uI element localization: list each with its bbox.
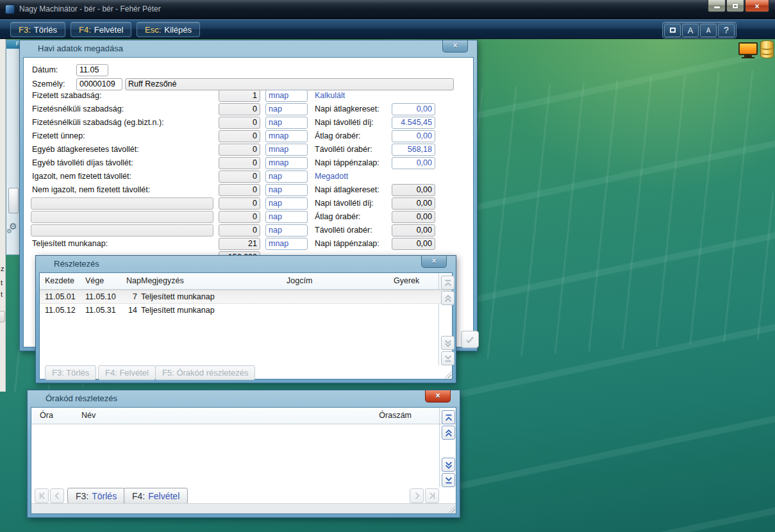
restore-button[interactable] xyxy=(726,0,744,12)
field-unit-input[interactable]: mnap xyxy=(265,90,308,102)
given-value-input[interactable]: 0,00 xyxy=(392,211,435,223)
field-value-input[interactable]: 0 xyxy=(219,103,260,115)
previous-record-button[interactable] xyxy=(50,488,64,503)
last-icon xyxy=(428,492,437,500)
torles-button-disabled[interactable]: F3: Törlés xyxy=(45,365,96,380)
font-smaller-button[interactable]: A xyxy=(700,24,717,37)
given-value-input[interactable]: 0,00 xyxy=(392,224,435,237)
field-value-input[interactable]: 21 xyxy=(219,238,260,250)
given-label: Napi távolléti díj: xyxy=(315,199,374,208)
field-unit-input[interactable]: mnap xyxy=(265,238,308,250)
field-unit-input[interactable]: nap xyxy=(265,117,308,129)
wallpaper-glow xyxy=(487,26,775,192)
field-unit-input[interactable]: nap xyxy=(265,103,308,115)
panel-caption: F xyxy=(6,40,21,49)
close-button[interactable]: × xyxy=(745,0,769,12)
help-button[interactable]: ? xyxy=(718,24,735,37)
scroll-to-top-button[interactable] xyxy=(442,410,455,424)
orakod-reszletezes-button-disabled[interactable]: F5: Órakód részletezés xyxy=(155,365,255,380)
custom-absence-label-input[interactable] xyxy=(31,224,213,237)
megadott-heading: Megadott xyxy=(315,172,348,181)
monitor-base xyxy=(742,57,754,58)
field-value-input[interactable]: 1 xyxy=(219,90,260,102)
field-unit-input[interactable]: mnap xyxy=(265,144,308,156)
resize-grip[interactable] xyxy=(447,505,455,513)
monitor-screen xyxy=(738,42,758,55)
field-label: Nem igazolt, nem fizetett távollét: xyxy=(32,185,150,194)
page-down-button[interactable] xyxy=(442,458,455,472)
scroll-to-bottom-button[interactable] xyxy=(442,473,455,487)
calc-value: 0,00 xyxy=(392,130,435,142)
double-chevron-up-icon xyxy=(444,429,453,437)
window-mode-button[interactable] xyxy=(664,24,681,37)
shortcut-key: Esc: xyxy=(145,25,161,35)
scroll-to-bottom-button[interactable] xyxy=(441,351,454,365)
table-row[interactable]: 11.05.01 11.05.10 7 Teljesített munkanap xyxy=(40,290,452,304)
toolbar-button-kilepes[interactable]: Esc: Kilépés xyxy=(137,22,200,37)
field-unit-input[interactable]: nap xyxy=(265,211,308,223)
field-value-input[interactable]: 0 xyxy=(219,197,260,210)
double-chevron-down-icon xyxy=(444,339,453,347)
field-value-input[interactable]: 0 xyxy=(219,184,260,196)
page-up-button[interactable] xyxy=(441,291,454,305)
torles-button[interactable]: F3: Törlés xyxy=(67,488,125,504)
page-up-button[interactable] xyxy=(442,426,455,440)
chevron-down-bar-icon xyxy=(444,354,453,363)
database-icon[interactable] xyxy=(760,40,774,58)
font-larger-button[interactable]: A xyxy=(682,24,699,37)
button-label: Törlés xyxy=(34,25,57,35)
field-value-input[interactable]: 0 xyxy=(219,157,260,169)
toolbar-icon-group: A A ? xyxy=(662,22,737,38)
given-value-input[interactable]: 0,00 xyxy=(392,184,435,196)
felvetel-button-disabled[interactable]: F4: Felvétel xyxy=(98,365,156,380)
dialog-title: Részletezés xyxy=(54,259,99,269)
next-record-button[interactable] xyxy=(410,488,424,503)
szemely-code-input[interactable]: 00000109 xyxy=(76,78,122,90)
cell-nap: 7 xyxy=(123,292,137,301)
table-row[interactable]: 11.05.12 11.05.31 14 Teljesített munkana… xyxy=(40,304,452,318)
dialog-close-button[interactable]: × xyxy=(425,390,451,403)
field-unit-input[interactable]: nap xyxy=(265,224,308,237)
monitor-icon[interactable] xyxy=(738,42,758,58)
dialog-close-button[interactable]: × xyxy=(442,40,468,53)
font-large-icon: A xyxy=(688,26,694,35)
given-value-input[interactable]: 0,00 xyxy=(392,197,435,210)
first-record-button[interactable] xyxy=(35,488,49,503)
last-record-button[interactable] xyxy=(425,488,439,503)
cell-nap: 14 xyxy=(123,306,137,315)
scrollbar-thumb[interactable] xyxy=(8,188,19,213)
toolbar-button-torles[interactable]: F3: Törlés xyxy=(10,22,65,37)
datum-input[interactable]: 11.05 xyxy=(76,64,108,76)
cell-kezdete: 11.05.12 xyxy=(45,306,76,315)
field-unit-input[interactable]: mnap xyxy=(265,157,308,169)
szemely-label: Személy: xyxy=(32,79,65,88)
chevron-up-bar-icon xyxy=(444,279,453,287)
field-value-input[interactable]: 0 xyxy=(219,144,260,156)
previous-icon xyxy=(53,492,62,500)
status-bar xyxy=(31,503,456,513)
page-down-button[interactable] xyxy=(441,336,454,350)
field-unit-input[interactable]: nap xyxy=(265,170,308,183)
field-value-input[interactable]: 0 xyxy=(219,211,260,223)
double-chevron-down-icon xyxy=(444,461,453,469)
field-unit-input[interactable]: nap xyxy=(265,197,308,210)
field-value-input[interactable]: 0 xyxy=(219,224,260,237)
field-value-input[interactable]: 0 xyxy=(219,130,260,142)
field-value-input[interactable]: 0 xyxy=(219,170,260,183)
field-unit-input[interactable]: mnap xyxy=(265,130,308,142)
custom-absence-label-input[interactable] xyxy=(31,211,213,223)
toolbar-button-felvetel[interactable]: F4: Felvétel xyxy=(71,22,131,37)
confirm-check-button[interactable] xyxy=(461,331,479,348)
felvetel-button[interactable]: F4: Felvétel xyxy=(124,488,188,504)
field-value-input[interactable]: 0 xyxy=(219,117,260,129)
cell-megjegyzes: Teljesített munkanap xyxy=(141,306,215,315)
col-megjegyzes: Megjegyzés xyxy=(141,276,184,285)
scroll-to-top-button[interactable] xyxy=(441,276,454,290)
custom-absence-label-input[interactable] xyxy=(31,197,213,210)
calc-label: Átlag órabér: xyxy=(315,131,361,140)
dialog-close-button[interactable]: × xyxy=(421,256,447,268)
given-value-input[interactable]: 0,00 xyxy=(392,238,435,250)
field-unit-input[interactable]: nap xyxy=(265,184,308,196)
resize-grip[interactable] xyxy=(444,370,451,378)
minimize-button[interactable] xyxy=(708,0,726,12)
